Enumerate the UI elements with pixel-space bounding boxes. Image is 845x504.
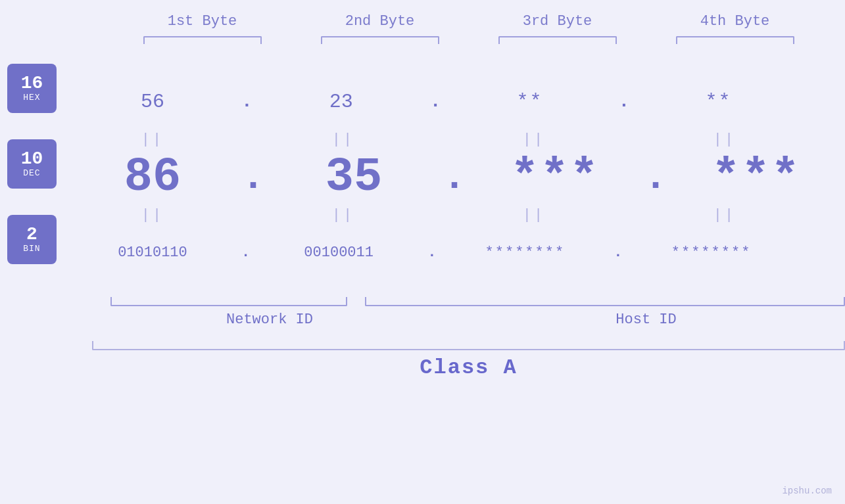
sep1-b1: || [64,131,241,148]
sep-row-2: || || || || [64,204,845,227]
bin-dot3: . [614,244,622,261]
class-a-label: Class A [92,355,845,380]
dec-byte4-cell: *** [667,150,845,204]
bin-dot1: . [241,244,250,261]
hex-byte2-value: 23 [329,91,353,113]
top-brackets-row [0,36,845,44]
bracket-line-byte3 [498,36,617,44]
hex-dot3: . [619,91,630,112]
bin-label: BIN [23,244,40,254]
dec-number: 10 [21,150,43,168]
dec-row: 86 . 35 . *** . *** [64,151,845,204]
host-bracket [365,297,845,306]
hex-dot1: . [241,91,253,112]
bracket-byte2 [291,36,469,44]
dec-label: DEC [23,168,40,178]
byte1-header: 1st Byte [114,13,291,30]
bin-byte1-cell: 01010110 [64,244,241,261]
dec-dot3: . [644,155,667,200]
sep1-b2: || [254,131,432,148]
bin-byte2-value: 00100011 [304,244,374,261]
class-bracket-line [92,341,845,350]
hex-byte4-cell: ** [629,91,807,113]
dec-byte1-value: 86 [124,150,181,204]
hex-label: HEX [23,93,40,103]
bin-number: 2 [26,225,37,244]
network-bracket [92,297,365,306]
bin-dot2: . [427,244,436,261]
hex-badge: 16 HEX [7,64,57,113]
host-id-label: Host ID [447,311,845,328]
hex-byte3-cell: ** [441,91,619,113]
bracket-line-byte2 [321,36,439,44]
bin-badge: 2 BIN [7,215,57,264]
bin-byte4-value: ******** [671,244,752,261]
dec-byte4-value: *** [712,150,801,204]
sep1-b3: || [445,131,623,148]
dec-byte3-value: *** [510,150,600,204]
bottom-brackets-row [92,297,845,306]
watermark: ipshu.com [782,486,832,496]
bin-row: 01010110 . 00100011 . ******** . *******… [64,227,845,279]
bin-byte3-cell: ******** [436,244,614,261]
bin-byte4-cell: ******** [623,244,800,261]
class-section: Class A [92,341,845,380]
hex-dot2: . [430,91,441,112]
dec-byte3-cell: *** [466,150,644,204]
hex-row: 56 . 23 . ** . ** [64,76,845,128]
bottom-section: Network ID Host ID Class A [92,297,845,380]
main-container: 1st Byte 2nd Byte 3rd Byte 4th Byte 16 H… [0,0,845,504]
sep1-b4: || [636,131,813,148]
bracket-line-byte4 [676,36,794,44]
hex-byte1-cell: 56 [64,91,241,113]
sep2-b4: || [636,207,813,223]
hex-byte2-cell: 23 [253,91,430,113]
byte4-header: 4th Byte [646,13,824,30]
bin-byte1-value: 01010110 [118,244,187,261]
network-bracket-line [110,297,347,306]
host-bracket-line [365,297,845,306]
network-id-label: Network ID [92,311,447,328]
hex-byte4-value: ** [705,91,731,113]
byte2-header: 2nd Byte [291,13,469,30]
bin-byte2-cell: 00100011 [250,244,427,261]
hex-byte1-value: 56 [141,91,164,113]
dec-badge: 10 DEC [7,139,57,189]
values-area: 56 . 23 . ** . ** || || [64,76,845,279]
id-labels-row: Network ID Host ID [92,311,845,328]
hex-byte3-value: ** [517,91,543,113]
byte-headers-row: 1st Byte 2nd Byte 3rd Byte 4th Byte [0,13,845,30]
dec-dot2: . [443,155,466,200]
hex-number: 16 [21,74,43,93]
dec-byte1-cell: 86 [64,150,241,204]
sep2-b1: || [64,207,241,223]
base-labels-column: 16 HEX 10 DEC 2 BIN [0,64,64,290]
bracket-line-byte1 [143,36,262,44]
bracket-byte3 [469,36,646,44]
sep-row-1: || || || || [64,128,845,151]
bracket-byte4 [646,36,824,44]
sep2-b2: || [254,207,432,223]
dec-byte2-cell: 35 [265,150,443,204]
dec-byte2-value: 35 [326,150,382,204]
bin-byte3-value: ******** [485,244,566,261]
byte3-header: 3rd Byte [469,13,646,30]
main-grid: 16 HEX 10 DEC 2 BIN 56 . 23 [0,64,845,290]
dec-dot1: . [241,155,265,200]
bracket-byte1 [114,36,291,44]
sep2-b3: || [445,207,623,223]
